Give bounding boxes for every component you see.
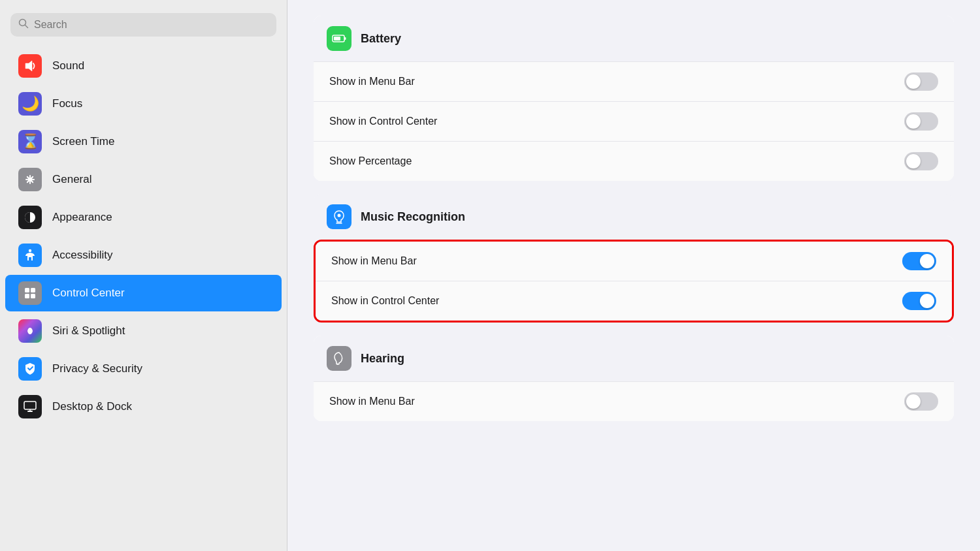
svg-rect-16 <box>31 288 35 292</box>
hearing-menubar-toggle[interactable] <box>904 392 938 411</box>
music-recognition-section-title: Music Recognition <box>361 210 465 224</box>
hearing-menubar-label: Show in Menu Bar <box>329 396 415 407</box>
battery-menubar-toggle[interactable] <box>904 72 938 91</box>
svg-line-9 <box>27 177 28 178</box>
battery-section: Battery Show in Menu Bar Show in Control… <box>314 16 954 181</box>
battery-header: Battery <box>314 16 954 61</box>
music-recognition-section-wrapper: Music Recognition <box>314 194 954 240</box>
sidebar-item-label-general: General <box>52 173 91 186</box>
svg-rect-23 <box>344 37 346 40</box>
sidebar-item-appearance[interactable]: Appearance <box>5 199 282 236</box>
battery-menubar-thumb <box>906 74 921 89</box>
svg-point-26 <box>337 364 338 365</box>
sidebar-item-label-sound: Sound <box>52 59 84 72</box>
hearing-section-icon <box>327 346 351 371</box>
sidebar-item-label-controlcenter: Control Center <box>52 287 125 300</box>
battery-percentage-row: Show Percentage <box>314 141 954 181</box>
main-content: Battery Show in Menu Bar Show in Control… <box>287 0 980 551</box>
music-menubar-thumb <box>920 254 934 268</box>
svg-rect-17 <box>25 294 29 298</box>
sidebar-item-siri[interactable]: Siri & Spotlight <box>5 313 282 349</box>
sidebar-item-controlcenter[interactable]: Control Center <box>5 275 282 311</box>
music-controlcenter-thumb <box>920 294 934 308</box>
search-icon <box>18 18 29 31</box>
music-controlcenter-label: Show in Control Center <box>331 295 439 307</box>
svg-rect-15 <box>25 288 29 292</box>
sidebar-item-sound[interactable]: Sound <box>5 48 282 84</box>
sidebar-item-label-screentime: Screen Time <box>52 135 114 148</box>
hearing-menubar-thumb <box>906 394 921 409</box>
accessibility-icon <box>18 244 42 267</box>
hearing-header: Hearing <box>314 336 954 381</box>
sidebar-item-desktop[interactable]: Desktop & Dock <box>5 388 282 425</box>
sidebar-item-privacy[interactable]: Privacy & Security <box>5 351 282 387</box>
svg-rect-20 <box>27 411 33 412</box>
sidebar-item-label-siri: Siri & Spotlight <box>52 324 125 338</box>
hearing-section-title: Hearing <box>361 352 404 366</box>
battery-percentage-thumb <box>906 154 921 168</box>
screentime-icon: ⌛ <box>18 130 42 153</box>
hearing-menubar-row: Show in Menu Bar <box>314 381 954 421</box>
music-recognition-section-icon <box>327 204 351 229</box>
music-menubar-label: Show in Menu Bar <box>331 255 417 267</box>
music-controlcenter-toggle[interactable] <box>902 292 936 310</box>
svg-point-14 <box>29 249 31 252</box>
music-controlcenter-row: Show in Control Center <box>316 281 952 321</box>
hearing-section: Hearing Show in Menu Bar <box>314 336 954 421</box>
sidebar: Sound 🌙 Focus ⌛ Screen Time <box>0 0 287 551</box>
battery-controlcenter-label: Show in Control Center <box>329 116 437 127</box>
battery-section-title: Battery <box>361 32 401 46</box>
battery-controlcenter-thumb <box>906 114 921 129</box>
svg-rect-19 <box>24 401 36 409</box>
battery-percentage-label: Show Percentage <box>329 155 412 167</box>
battery-menubar-label: Show in Menu Bar <box>329 76 415 87</box>
search-bar[interactable] <box>10 13 276 37</box>
sidebar-item-label-desktop: Desktop & Dock <box>52 400 132 413</box>
music-recognition-header: Music Recognition <box>314 194 954 240</box>
privacy-icon <box>18 357 42 381</box>
sidebar-item-label-focus: Focus <box>52 97 82 110</box>
svg-marker-2 <box>25 61 32 71</box>
search-input[interactable] <box>34 19 269 31</box>
music-menubar-row: Show in Menu Bar <box>316 242 952 281</box>
svg-line-10 <box>32 181 33 182</box>
svg-line-1 <box>25 25 28 28</box>
sidebar-item-label-appearance: Appearance <box>52 211 112 224</box>
music-menubar-toggle[interactable] <box>902 252 936 270</box>
sidebar-item-label-accessibility: Accessibility <box>52 249 113 262</box>
battery-controlcenter-toggle[interactable] <box>904 112 938 131</box>
music-recognition-highlighted: Show in Menu Bar Show in Control Center <box>314 240 954 323</box>
battery-controlcenter-row: Show in Control Center <box>314 101 954 141</box>
sidebar-item-screentime[interactable]: ⌛ Screen Time <box>5 123 282 160</box>
siri-icon <box>18 319 42 343</box>
battery-menubar-row: Show in Menu Bar <box>314 61 954 101</box>
sidebar-item-accessibility[interactable]: Accessibility <box>5 237 282 274</box>
svg-point-25 <box>338 214 341 217</box>
svg-line-12 <box>27 181 28 182</box>
battery-section-icon <box>327 26 351 51</box>
svg-line-11 <box>32 177 33 178</box>
general-icon <box>18 168 42 191</box>
svg-rect-18 <box>31 294 35 298</box>
desktop-icon <box>18 395 42 418</box>
sidebar-item-focus[interactable]: 🌙 Focus <box>5 86 282 122</box>
svg-rect-24 <box>334 37 340 40</box>
focus-icon: 🌙 <box>18 92 42 116</box>
appearance-icon <box>18 206 42 229</box>
sound-icon <box>18 54 42 78</box>
sidebar-item-label-privacy: Privacy & Security <box>52 362 142 375</box>
controlcenter-icon <box>18 281 42 305</box>
sidebar-item-general[interactable]: General <box>5 161 282 198</box>
battery-percentage-toggle[interactable] <box>904 152 938 170</box>
